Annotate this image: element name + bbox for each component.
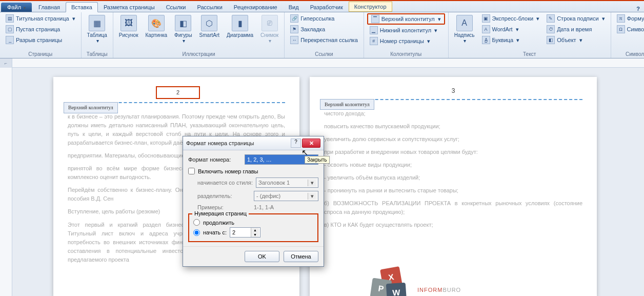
close-tooltip: Закрыть: [305, 156, 330, 164]
continue-label: продолжить: [203, 220, 234, 226]
tab-view[interactable]: Вид: [283, 2, 305, 12]
page-icon: ▤: [6, 14, 14, 23]
tab-refs[interactable]: Ссылки: [160, 2, 192, 12]
body-text: - увеличить объём выпуска изделий;: [324, 173, 582, 182]
examples-label: Примеры:: [197, 204, 251, 210]
starts-combo: Заголовок 1▾: [256, 177, 318, 188]
tab-insert[interactable]: Вставка: [66, 2, 98, 12]
tab-layout[interactable]: Разметка страницы: [98, 2, 160, 12]
body-text: увеличить долю сервисных и сопутствующих…: [324, 135, 582, 144]
blank-page-button[interactable]: ▢Пустая страница: [3, 24, 78, 34]
sig-icon: ✎: [547, 14, 555, 23]
header-tag: Верхний колонтитул: [320, 99, 374, 110]
body-text: при разработке и внедрении новых товаров…: [324, 148, 582, 156]
tab-review[interactable]: Рецензирование: [228, 2, 283, 12]
sep-combo: - (дефис)▾: [254, 191, 318, 201]
quickparts-button[interactable]: ▣Экспресс-блоки▾: [479, 13, 542, 24]
dropcap-button[interactable]: A̲Буквица▾: [479, 35, 542, 45]
continue-radio[interactable]: [193, 219, 200, 226]
dialog-close-button[interactable]: ✕: [302, 139, 320, 148]
dropcap-icon: A̲: [482, 36, 490, 44]
start-at-radio[interactable]: [193, 229, 200, 236]
header-button[interactable]: ▔Верхний колонтитул▾: [367, 13, 445, 25]
start-label: начать с:: [203, 229, 227, 235]
body-text: - освоить новые виды продукции;: [324, 161, 582, 169]
table-button[interactable]: ▦Таблица▾: [85, 13, 110, 45]
bookmark-icon: ⚑: [290, 25, 298, 33]
page-number-button[interactable]: #Номер страницы▾: [367, 36, 445, 46]
header-tag: Верхний колонтитул: [64, 102, 118, 113]
hyperlink-button[interactable]: 🔗Гиперссылка: [288, 13, 360, 24]
start-at-input[interactable]: [230, 229, 251, 236]
page-number-3: 3: [324, 86, 582, 96]
table-icon: ▦: [89, 15, 105, 31]
help-icon[interactable]: ?: [636, 6, 640, 12]
cancel-button[interactable]: Отмена: [284, 251, 318, 262]
wordart-icon: A: [482, 25, 490, 33]
group-tables-label: Таблицы: [87, 50, 108, 58]
clipart-button[interactable]: 🎨Картинка: [143, 13, 170, 40]
page-break-button[interactable]: ⎯Разрыв страницы: [3, 35, 78, 45]
numbering-fieldset-title: Нумерация страниц: [192, 210, 249, 216]
bookmark-button[interactable]: ⚑Закладка: [288, 24, 360, 34]
dialog-title: Формат номера страницы: [186, 140, 291, 146]
dialog-help-button[interactable]: ?: [291, 139, 301, 148]
format-label: Формат номера:: [188, 156, 242, 163]
page-number-format-dialog: Формат номера страницы ? ✕ Формат номера…: [183, 136, 324, 267]
group-links-label: Ссылки: [315, 50, 333, 58]
ribbon: ▤Титульная страница▾ ▢Пустая страница ⎯Р…: [0, 12, 644, 58]
link-icon: 🔗: [290, 14, 298, 23]
smartart-icon: ⬡: [201, 15, 217, 31]
page-number-2: 2: [156, 86, 200, 99]
tab-dev[interactable]: Разработчик: [305, 2, 349, 12]
datetime-button[interactable]: ⏱Дата и время: [544, 24, 607, 34]
smartart-button[interactable]: ⬡SmartArt: [197, 13, 222, 40]
spin-down-icon[interactable]: ▼: [251, 232, 259, 237]
spin-up-icon[interactable]: ▲: [251, 228, 259, 232]
body-text: б) ВОЗМОЖНОСТЬ РЕАЛИЗАЦИИ ПРОЕКТА в конк…: [324, 199, 582, 216]
tab-mail[interactable]: Рассылки: [191, 2, 228, 12]
textbox-icon: A: [456, 15, 473, 31]
body-text: в) КТО и КАК будет осуществлять проект;: [324, 221, 582, 229]
pagenum-icon: #: [370, 37, 378, 45]
object-button[interactable]: ◧Объект▾: [544, 35, 607, 45]
group-pages-label: Страницы: [28, 50, 52, 58]
include-chapter-label: Включить номер главы: [198, 168, 258, 174]
shapes-button[interactable]: ◧Фигуры▾: [172, 13, 194, 45]
equation-button[interactable]: πФормула▾: [614, 13, 644, 24]
title-page-button[interactable]: ▤Титульная страница▾: [3, 13, 78, 24]
starts-label: начинается со стиля:: [197, 180, 253, 186]
footer-button[interactable]: ▁Нижний колонтитул▾: [367, 25, 445, 35]
include-chapter-checkbox[interactable]: [188, 168, 195, 174]
textbox-button[interactable]: AНадпись▾: [452, 13, 477, 45]
body-text: повысить качество выпускаемой продукции;: [324, 122, 582, 131]
screenshot-button[interactable]: ⎚Снимок▾: [258, 13, 281, 45]
document-page-3[interactable]: 3 Верхний колонтитул чистого дохода; пов…: [310, 77, 597, 296]
signature-button[interactable]: ✎Строка подписи▾: [544, 13, 607, 24]
ruler-corner: ⌐: [0, 58, 12, 68]
eq-icon: π: [617, 14, 625, 23]
shapes-icon: ◧: [175, 15, 191, 31]
body-text: чистого дохода;: [324, 109, 582, 118]
group-text-label: Текст: [523, 50, 536, 58]
tab-design[interactable]: Конструктор: [349, 2, 392, 12]
screenshot-icon: ⎚: [261, 15, 278, 31]
horizontal-ruler[interactable]: [12, 58, 644, 67]
tab-home[interactable]: Главная: [33, 2, 66, 12]
group-illus-label: Иллюстрации: [183, 50, 215, 58]
symbol-button[interactable]: ΩСимвол▾: [614, 24, 644, 34]
header-icon: ▔: [371, 15, 379, 23]
chart-button[interactable]: ▮Диаграмма: [224, 13, 256, 40]
start-at-spinner[interactable]: ▲▼: [230, 227, 260, 238]
vertical-ruler[interactable]: [0, 68, 12, 296]
picture-button[interactable]: 🖼Рисунок: [116, 13, 141, 40]
body-text: - проникнуть на рынки и вытеснить старые…: [324, 186, 582, 195]
break-icon: ⎯: [6, 36, 14, 44]
wordart-button[interactable]: AWordArt▾: [479, 24, 542, 34]
ok-button[interactable]: OK: [245, 251, 279, 262]
tab-file[interactable]: Файл ▾: [1, 3, 32, 12]
sym-icon: Ω: [617, 25, 625, 33]
watermark: XPW INFORMBURO: [371, 268, 461, 296]
ribbon-tabs: Файл ▾ Главная Вставка Разметка страницы…: [0, 1, 644, 12]
crossref-button[interactable]: ↔Перекрестная ссылка: [288, 35, 360, 45]
